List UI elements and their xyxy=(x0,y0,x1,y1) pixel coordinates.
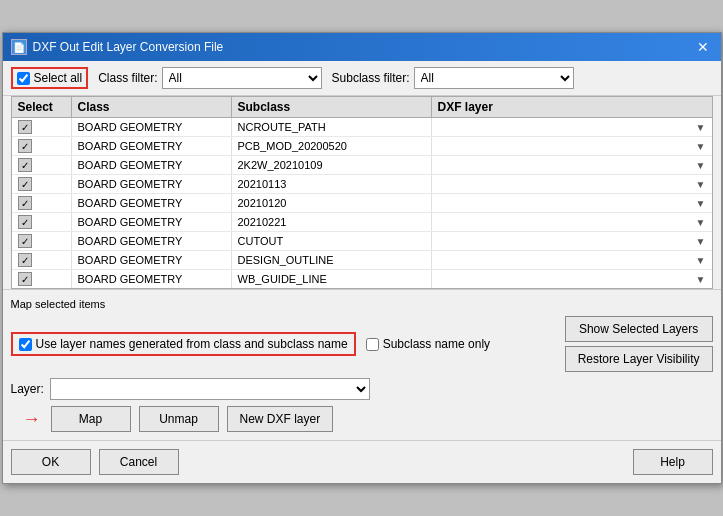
table-body: ✓BOARD GEOMETRYNCROUTE_PATH▼✓BOARD GEOME… xyxy=(12,118,712,288)
row-select-cell[interactable]: ✓ xyxy=(12,156,72,174)
toolbar: Select all Class filter: All Subclass fi… xyxy=(3,61,721,96)
row-class-cell: BOARD GEOMETRY xyxy=(72,213,232,231)
subclass-only-label[interactable]: Subclass name only xyxy=(366,337,490,351)
class-filter-group: Class filter: All xyxy=(98,67,321,89)
row-dxf-cell[interactable]: ▼ xyxy=(432,175,712,193)
dxf-dropdown-icon[interactable]: ▼ xyxy=(696,122,706,133)
row-dxf-cell[interactable]: ▼ xyxy=(432,251,712,269)
row-subclass-cell: 2K2W_20210109 xyxy=(232,156,432,174)
unmap-button[interactable]: Unmap xyxy=(139,406,219,432)
row-checkbox[interactable]: ✓ xyxy=(18,177,32,191)
table-row[interactable]: ✓BOARD GEOMETRYWB_GUIDE_LINE▼ xyxy=(12,270,712,288)
row-checkbox[interactable]: ✓ xyxy=(18,253,32,267)
row-dxf-cell[interactable]: ▼ xyxy=(432,270,712,288)
close-button[interactable]: ✕ xyxy=(693,37,713,57)
new-dxf-layer-button[interactable]: New DXF layer xyxy=(227,406,334,432)
map-button[interactable]: Map xyxy=(51,406,131,432)
row-dxf-cell[interactable]: ▼ xyxy=(432,213,712,231)
table-row[interactable]: ✓BOARD GEOMETRYPCB_MOD_20200520▼ xyxy=(12,137,712,156)
dxf-dropdown-icon[interactable]: ▼ xyxy=(696,160,706,171)
row-class-cell: BOARD GEOMETRY xyxy=(72,156,232,174)
dxf-dropdown-icon[interactable]: ▼ xyxy=(696,179,706,190)
row-select-cell[interactable]: ✓ xyxy=(12,118,72,136)
table-row[interactable]: ✓BOARD GEOMETRYCUTOUT▼ xyxy=(12,232,712,251)
row-dxf-cell[interactable]: ▼ xyxy=(432,118,712,136)
row-dxf-cell[interactable]: ▼ xyxy=(432,156,712,174)
layer-label: Layer: xyxy=(11,382,44,396)
table-header: Select Class Subclass DXF layer xyxy=(12,97,712,118)
row-class-cell: BOARD GEOMETRY xyxy=(72,251,232,269)
footer-left-buttons: OK Cancel xyxy=(11,449,179,475)
dxf-dropdown-icon[interactable]: ▼ xyxy=(696,198,706,209)
row-select-cell[interactable]: ✓ xyxy=(12,232,72,250)
row-select-cell[interactable]: ✓ xyxy=(12,270,72,288)
subclass-filter-select[interactable]: All xyxy=(414,67,574,89)
row-class-cell: BOARD GEOMETRY xyxy=(72,137,232,155)
map-section: Map selected items Use layer names gener… xyxy=(3,289,721,440)
map-arrow-indicator: → xyxy=(23,409,41,430)
table-row[interactable]: ✓BOARD GEOMETRY20210120▼ xyxy=(12,194,712,213)
subclass-only-text: Subclass name only xyxy=(383,337,490,351)
row-checkbox[interactable]: ✓ xyxy=(18,196,32,210)
row-subclass-cell: 20210120 xyxy=(232,194,432,212)
footer: OK Cancel Help xyxy=(3,440,721,483)
use-layer-names-label[interactable]: Use layer names generated from class and… xyxy=(11,332,356,356)
dxf-dropdown-icon[interactable]: ▼ xyxy=(696,274,706,285)
row-select-cell[interactable]: ✓ xyxy=(12,175,72,193)
row-subclass-cell: WB_GUIDE_LINE xyxy=(232,270,432,288)
header-subclass: Subclass xyxy=(232,97,432,117)
select-all-label: Select all xyxy=(34,71,83,85)
row-checkbox[interactable]: ✓ xyxy=(18,120,32,134)
dxf-dropdown-icon[interactable]: ▼ xyxy=(696,141,706,152)
row-select-cell[interactable]: ✓ xyxy=(12,213,72,231)
window-icon: 📄 xyxy=(11,39,27,55)
map-options-row: Use layer names generated from class and… xyxy=(11,316,713,372)
restore-layer-visibility-button[interactable]: Restore Layer Visibility xyxy=(565,346,713,372)
row-select-cell[interactable]: ✓ xyxy=(12,251,72,269)
table-row[interactable]: ✓BOARD GEOMETRYNCROUTE_PATH▼ xyxy=(12,118,712,137)
cancel-button[interactable]: Cancel xyxy=(99,449,179,475)
row-select-cell[interactable]: ✓ xyxy=(12,137,72,155)
row-checkbox[interactable]: ✓ xyxy=(18,139,32,153)
class-filter-select[interactable]: All xyxy=(162,67,322,89)
row-dxf-cell[interactable]: ▼ xyxy=(432,232,712,250)
row-class-cell: BOARD GEOMETRY xyxy=(72,232,232,250)
help-button[interactable]: Help xyxy=(633,449,713,475)
ok-button[interactable]: OK xyxy=(11,449,91,475)
row-class-cell: BOARD GEOMETRY xyxy=(72,118,232,136)
select-all-checkbox[interactable] xyxy=(17,72,30,85)
row-checkbox[interactable]: ✓ xyxy=(18,158,32,172)
table-row[interactable]: ✓BOARD GEOMETRYDESIGN_OUTLINE▼ xyxy=(12,251,712,270)
dxf-dropdown-icon[interactable]: ▼ xyxy=(696,217,706,228)
layer-row: Layer: xyxy=(11,378,713,400)
row-select-cell[interactable]: ✓ xyxy=(12,194,72,212)
row-dxf-cell[interactable]: ▼ xyxy=(432,194,712,212)
row-subclass-cell: NCROUTE_PATH xyxy=(232,118,432,136)
title-bar: 📄 DXF Out Edit Layer Conversion File ✕ xyxy=(3,33,721,61)
show-selected-layers-button[interactable]: Show Selected Layers xyxy=(565,316,713,342)
map-section-title: Map selected items xyxy=(11,298,713,310)
row-subclass-cell: DESIGN_OUTLINE xyxy=(232,251,432,269)
layer-table: Select Class Subclass DXF layer ✓BOARD G… xyxy=(11,96,713,289)
row-checkbox[interactable]: ✓ xyxy=(18,272,32,286)
row-dxf-cell[interactable]: ▼ xyxy=(432,137,712,155)
footer-right-buttons: Help xyxy=(633,449,713,475)
select-all-checkbox-label[interactable]: Select all xyxy=(11,67,89,89)
use-layer-names-checkbox[interactable] xyxy=(19,338,32,351)
layer-select[interactable] xyxy=(50,378,370,400)
table-row[interactable]: ✓BOARD GEOMETRY2K2W_20210109▼ xyxy=(12,156,712,175)
subclass-only-checkbox[interactable] xyxy=(366,338,379,351)
dxf-dropdown-icon[interactable]: ▼ xyxy=(696,236,706,247)
map-buttons-row: → Map Unmap New DXF layer xyxy=(51,406,713,432)
header-select: Select xyxy=(12,97,72,117)
table-row[interactable]: ✓BOARD GEOMETRY20210113▼ xyxy=(12,175,712,194)
header-dxf: DXF layer xyxy=(432,97,712,117)
row-subclass-cell: 20210221 xyxy=(232,213,432,231)
dxf-dropdown-icon[interactable]: ▼ xyxy=(696,255,706,266)
header-class: Class xyxy=(72,97,232,117)
subclass-filter-group: Subclass filter: All xyxy=(332,67,574,89)
row-class-cell: BOARD GEOMETRY xyxy=(72,194,232,212)
row-checkbox[interactable]: ✓ xyxy=(18,215,32,229)
table-row[interactable]: ✓BOARD GEOMETRY20210221▼ xyxy=(12,213,712,232)
row-checkbox[interactable]: ✓ xyxy=(18,234,32,248)
